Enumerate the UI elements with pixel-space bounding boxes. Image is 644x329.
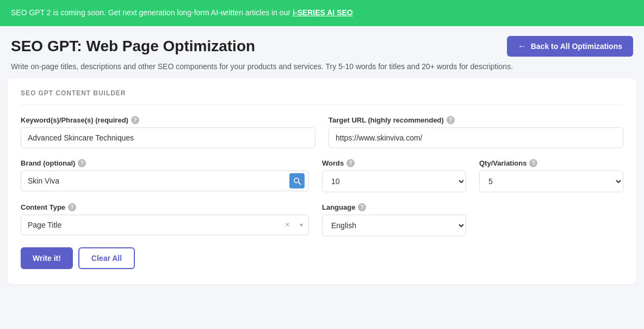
brand-input-wrapper: [21, 170, 309, 191]
svg-point-0: [294, 178, 299, 182]
language-group: Language ? English Spanish French German…: [322, 203, 466, 236]
back-arrow-icon: ←: [518, 41, 527, 51]
words-select[interactable]: 5 10 15 20 25 30 40 50: [322, 170, 466, 192]
content-builder-card: SEO GPT CONTENT BUILDER Keyword(s)/Phras…: [8, 78, 636, 284]
qty-label: Qty/Variations ?: [479, 159, 623, 167]
keywords-label: Keyword(s)/Phrase(s) (required) ?: [21, 116, 315, 124]
write-it-button[interactable]: Write it!: [21, 247, 73, 269]
content-type-label: Content Type ?: [21, 203, 309, 211]
qty-select[interactable]: 1 2 3 4 5 6 7 8 9 10: [479, 170, 623, 192]
form-row-keywords-url: Keyword(s)/Phrase(s) (required) ? Target…: [21, 116, 623, 148]
svg-line-1: [299, 182, 301, 185]
language-help-icon[interactable]: ?: [358, 203, 366, 211]
qty-group: Qty/Variations ? 1 2 3 4 5 6 7 8 9 10: [479, 159, 623, 192]
clear-all-button[interactable]: Clear All: [78, 247, 135, 269]
form-row-content-language: Content Type ? Page Title × ▾ Language ?…: [21, 203, 623, 236]
announcement-link[interactable]: i-SERIES AI SEO: [293, 8, 353, 17]
keywords-input[interactable]: [21, 127, 315, 148]
qty-help-icon[interactable]: ?: [529, 159, 537, 167]
target-url-help-icon[interactable]: ?: [447, 116, 455, 124]
target-url-input[interactable]: [329, 127, 623, 148]
action-buttons-row: Write it! Clear All: [21, 247, 623, 269]
content-type-group: Content Type ? Page Title × ▾: [21, 203, 309, 236]
content-type-dropdown-icon[interactable]: ▾: [294, 221, 308, 229]
words-label: Words ?: [322, 159, 466, 167]
target-url-label: Target URL (highly recommended) ?: [329, 116, 623, 124]
keywords-help-icon[interactable]: ?: [131, 116, 139, 124]
content-type-clear-icon[interactable]: ×: [281, 220, 294, 230]
language-label: Language ?: [322, 203, 466, 211]
brand-group: Brand (optional) ?: [21, 159, 309, 192]
form-row-brand-words-qty: Brand (optional) ? Words ? 5 10: [21, 159, 623, 192]
keywords-group: Keyword(s)/Phrase(s) (required) ?: [21, 116, 315, 148]
brand-search-icon: [289, 173, 305, 188]
page-description: Write on-page titles, descriptions and o…: [0, 62, 644, 78]
back-button-label: Back to All Optimizations: [531, 42, 622, 51]
brand-label: Brand (optional) ?: [21, 159, 309, 167]
back-to-optimizations-button[interactable]: ← Back to All Optimizations: [507, 36, 633, 57]
content-type-value: Page Title: [21, 215, 281, 235]
announcement-text: SEO GPT 2 is coming soon. Get next gener…: [11, 8, 293, 17]
brand-input[interactable]: [21, 170, 309, 191]
card-section-title: SEO GPT CONTENT BUILDER: [21, 89, 623, 105]
target-url-group: Target URL (highly recommended) ?: [329, 116, 623, 148]
brand-help-icon[interactable]: ?: [78, 159, 86, 167]
content-type-select-wrapper[interactable]: Page Title × ▾: [21, 215, 309, 235]
announcement-bar: SEO GPT 2 is coming soon. Get next gener…: [0, 0, 644, 26]
language-select[interactable]: English Spanish French German Italian Po…: [322, 215, 466, 236]
page-header: SEO GPT: Web Page Optimization ← Back to…: [0, 26, 644, 62]
words-group: Words ? 5 10 15 20 25 30 40 50: [322, 159, 466, 192]
words-help-icon[interactable]: ?: [346, 159, 355, 167]
content-type-help-icon[interactable]: ?: [68, 203, 76, 211]
page-title: SEO GPT: Web Page Optimization: [11, 38, 255, 55]
